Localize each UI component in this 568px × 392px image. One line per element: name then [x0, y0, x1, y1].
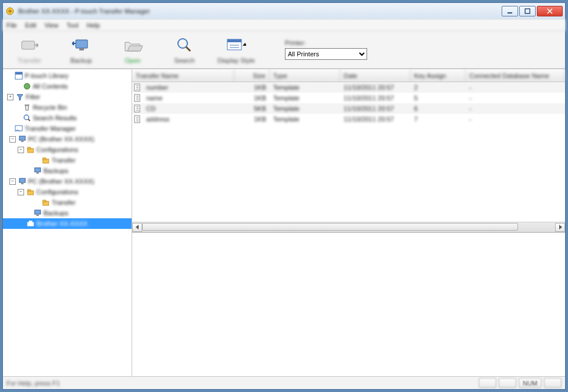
- pc-small-icon: [33, 209, 42, 218]
- cell-db: -: [466, 105, 565, 112]
- library-icon: [14, 72, 23, 80]
- filter-icon: [15, 93, 24, 102]
- col-db[interactable]: Connected Database Name: [466, 69, 565, 82]
- pc-icon: [18, 177, 26, 186]
- toolbar-transfer-label: Transfer: [18, 57, 42, 64]
- tree-transfer-1[interactable]: Transfer: [3, 155, 132, 165]
- toolbar-open[interactable]: Open: [112, 36, 153, 64]
- printer-label: Printer:: [285, 39, 367, 46]
- svg-rect-12: [25, 104, 29, 106]
- folder-icon: [41, 198, 50, 207]
- preview-pane: [132, 232, 565, 376]
- search-icon: [174, 36, 194, 55]
- transfer-icon: [19, 36, 39, 55]
- app-window: Brother XX-XXXX - P-touch Transfer Manag…: [2, 2, 566, 390]
- list-body[interactable]: number1KBTemplate11/10/2011 20:572-name1…: [132, 82, 565, 222]
- cell-size: 1KB: [234, 84, 270, 91]
- maximize-button[interactable]: [519, 6, 536, 16]
- svg-rect-32: [29, 221, 32, 222]
- menu-help[interactable]: Help: [87, 22, 100, 29]
- tree-library[interactable]: P-touch Library: [3, 70, 132, 81]
- table-row[interactable]: CD5KBTemplate11/10/2011 20:576-: [132, 103, 565, 114]
- tree-transfer-manager[interactable]: Transfer Manager: [3, 123, 132, 134]
- window-title: Brother XX-XXXX - P-touch Transfer Manag…: [18, 8, 500, 15]
- svg-rect-18: [28, 147, 31, 149]
- svg-rect-3: [22, 41, 35, 49]
- cell-key: 7: [411, 116, 466, 123]
- col-size[interactable]: Size: [234, 69, 270, 82]
- horizontal-scrollbar[interactable]: [132, 222, 565, 232]
- cell-type: Template: [270, 116, 340, 123]
- svg-rect-31: [28, 222, 33, 226]
- open-icon: [123, 36, 143, 55]
- scroll-thumb[interactable]: [142, 223, 518, 231]
- all-icon: [22, 82, 31, 91]
- cell-db: -: [466, 94, 565, 102]
- cell-name: number: [143, 84, 234, 91]
- minimize-button[interactable]: [502, 6, 518, 16]
- display-icon: [226, 36, 246, 55]
- printer-dropdown[interactable]: All Printers: [285, 48, 367, 60]
- menu-tool[interactable]: Tool: [66, 22, 78, 29]
- tree-config-1[interactable]: − Configurations: [3, 144, 132, 155]
- svg-rect-16: [21, 141, 23, 142]
- tree-search-results[interactable]: Search Results: [3, 113, 132, 123]
- printer-icon: [26, 219, 35, 228]
- cell-date: 11/10/2011 20:57: [340, 94, 411, 102]
- svg-rect-10: [15, 72, 22, 75]
- col-type[interactable]: Type: [270, 69, 340, 82]
- col-date[interactable]: Date: [340, 69, 411, 82]
- menu-edit[interactable]: Edit: [25, 22, 36, 29]
- status-num: NUM: [519, 378, 542, 388]
- status-slot-2: [499, 378, 516, 388]
- col-key[interactable]: Key Assign: [411, 69, 466, 82]
- tree-pc-1[interactable]: − PC (Brother XX-XXXX): [3, 134, 132, 144]
- cell-date: 11/10/2011 20:57: [340, 105, 411, 112]
- svg-rect-4: [76, 40, 88, 48]
- scroll-right-button[interactable]: [555, 223, 565, 232]
- table-row[interactable]: address1KBTemplate11/10/2011 20:577-: [132, 114, 565, 124]
- toolbar-transfer[interactable]: Transfer: [9, 36, 50, 64]
- cell-name: address: [143, 116, 234, 123]
- tree-transfer-2[interactable]: Transfer: [3, 197, 132, 208]
- tree-filter[interactable]: + Filter: [3, 92, 132, 102]
- list-view: Transfer Name Size Type Date Key Assign …: [132, 69, 565, 232]
- svg-rect-21: [35, 168, 41, 172]
- tree-selected-printer[interactable]: Brother XX-XXXX: [3, 218, 132, 229]
- template-icon: [132, 104, 143, 113]
- scroll-left-button[interactable]: [132, 223, 142, 232]
- cell-key: 6: [411, 105, 466, 112]
- close-button[interactable]: [537, 6, 563, 16]
- pc-small-icon: [33, 167, 42, 175]
- status-slot-1: [479, 378, 496, 388]
- cell-size: 1KB: [234, 94, 270, 102]
- search-results-icon: [22, 114, 31, 123]
- tree-pc-2[interactable]: − PC (Brother XX-XXXX): [3, 176, 132, 187]
- tree-recycle[interactable]: Recycle Bin: [3, 102, 132, 113]
- toolbar-display[interactable]: Display Style: [216, 36, 257, 64]
- cell-db: -: [466, 116, 565, 123]
- toolbar-display-label: Display Style: [217, 57, 255, 64]
- tree-backups-2[interactable]: Backups: [3, 208, 132, 218]
- template-icon: [132, 83, 143, 92]
- scroll-track[interactable]: [142, 223, 555, 232]
- svg-rect-29: [35, 210, 41, 214]
- table-row[interactable]: name1KBTemplate11/10/2011 20:575-: [132, 93, 565, 103]
- backup-icon: [71, 36, 91, 55]
- svg-rect-26: [28, 190, 31, 191]
- toolbar-backup[interactable]: Backup: [61, 36, 102, 64]
- menu-file[interactable]: File: [6, 22, 17, 29]
- svg-point-6: [178, 39, 187, 48]
- folder-tree[interactable]: P-touch Library All Contents + Filter Re…: [3, 69, 132, 376]
- toolbar: Transfer Backup Open Search Display Styl…: [3, 31, 565, 69]
- toolbar-search[interactable]: Search: [164, 36, 205, 64]
- table-row[interactable]: number1KBTemplate11/10/2011 20:572-: [132, 82, 565, 93]
- tree-all-contents[interactable]: All Contents: [3, 81, 132, 92]
- tree-config-2[interactable]: − Configurations: [3, 187, 132, 197]
- menu-view[interactable]: View: [45, 22, 59, 29]
- svg-rect-14: [15, 126, 22, 131]
- col-name[interactable]: Transfer Name: [132, 69, 234, 82]
- cell-size: 5KB: [234, 105, 270, 112]
- tree-backups-1[interactable]: Backups: [3, 165, 132, 176]
- cell-type: Template: [270, 94, 340, 102]
